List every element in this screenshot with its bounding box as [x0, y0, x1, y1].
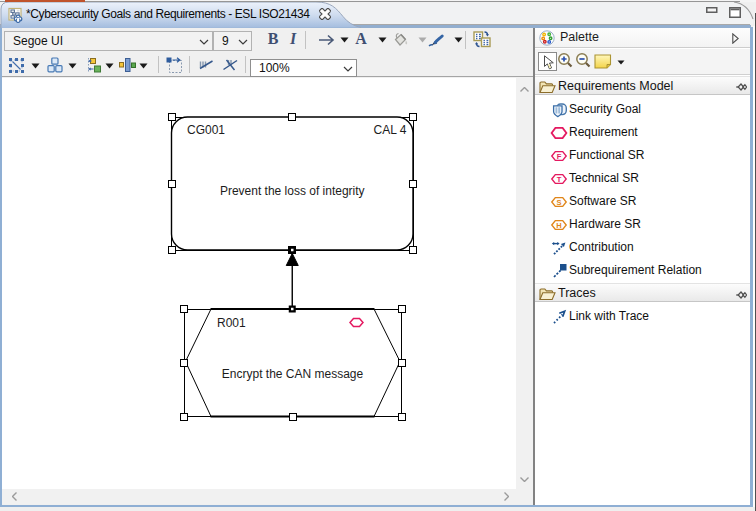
- requirement-decorator-icon: [350, 319, 363, 327]
- palette-item-label: Software SR: [569, 190, 636, 213]
- palette-item-link-with-trace[interactable]: Link with Trace: [535, 305, 750, 328]
- technical-sr-icon: T: [551, 171, 567, 187]
- palette-item-hardware-sr[interactable]: H Hardware SR: [535, 213, 750, 236]
- diagram-canvas[interactable]: CG001 CAL 4 Prevent the loss of integrit…: [2, 78, 533, 504]
- palette-item-technical-sr[interactable]: T Technical SR: [535, 167, 750, 190]
- goal-text-label: Prevent the loss of integrity: [220, 184, 365, 198]
- tab-close-icon[interactable]: [319, 8, 331, 20]
- hardware-sr-icon: H: [551, 217, 567, 233]
- scroll-left-icon[interactable]: [12, 492, 17, 501]
- scroll-down-icon[interactable]: [520, 477, 529, 482]
- tab-title[interactable]: *Cybersecurity Goals and Requirements - …: [26, 4, 310, 25]
- svg-text:T: T: [557, 174, 562, 183]
- font-color-dropdown-icon[interactable]: [378, 37, 387, 43]
- copy-appearance-icon[interactable]: [473, 31, 491, 48]
- palette-drawer-label: Traces: [558, 284, 596, 303]
- contribution-icon: [551, 240, 567, 256]
- palette-item-label: Functional SR: [569, 144, 644, 167]
- scroll-up-icon[interactable]: [520, 87, 529, 92]
- drawer-pin-icon[interactable]: [736, 290, 747, 300]
- palette-icon: [539, 30, 555, 46]
- palette-item-label: Requirement: [569, 121, 638, 144]
- fill-color-dropdown-icon[interactable]: [418, 37, 427, 43]
- palette-item-security-goal[interactable]: Security Goal: [535, 98, 750, 121]
- arrow-type-dropdown-icon[interactable]: [340, 37, 349, 43]
- software-sr-icon: S: [551, 194, 567, 210]
- note-tool-dropdown-icon[interactable]: [617, 60, 625, 65]
- zoom-out-tool-icon[interactable]: [575, 52, 592, 69]
- diagram-toolbar: 100%: [2, 52, 533, 77]
- select-tool-button[interactable]: [538, 52, 557, 71]
- palette-item-requirement[interactable]: Requirement: [535, 121, 750, 144]
- toolbar-separator: [158, 56, 159, 73]
- palette-collapse-icon[interactable]: [732, 33, 739, 44]
- align-dropdown-icon[interactable]: [105, 63, 114, 69]
- hardware-sr-icon: H: [551, 217, 567, 233]
- software-sr-icon: S: [551, 194, 567, 210]
- font-color-button[interactable]: A: [352, 28, 370, 50]
- requirement-id-label: R001: [217, 316, 246, 330]
- palette-title: Palette: [560, 28, 599, 47]
- align-icon[interactable]: [86, 57, 102, 73]
- palette-drawer-requirements-model[interactable]: Requirements Model: [535, 76, 750, 95]
- canvas-vertical-scrollbar[interactable]: [516, 78, 533, 504]
- diagram-drawing: CG001 CAL 4 Prevent the loss of integrit…: [2, 78, 533, 504]
- security-goal-icon: [551, 102, 567, 118]
- goal-cal-label: CAL 4: [374, 123, 407, 137]
- auto-size-icon[interactable]: [166, 57, 183, 74]
- drawer-pin-icon[interactable]: [736, 82, 747, 92]
- chevron-down-icon: [238, 39, 248, 45]
- scroll-right-icon[interactable]: [504, 492, 509, 501]
- line-color-dropdown-icon[interactable]: [454, 37, 463, 43]
- line-style-rectilinear-icon[interactable]: [222, 57, 239, 73]
- palette-item-subrequirement-relation[interactable]: Subrequirement Relation: [535, 259, 750, 282]
- bold-button[interactable]: B: [264, 28, 282, 50]
- chevron-down-icon: [199, 39, 209, 45]
- select-all-dropdown-icon[interactable]: [31, 63, 40, 69]
- arrange-all-dropdown-icon[interactable]: [68, 63, 77, 69]
- font-size-value: 9: [222, 32, 229, 50]
- font-name-combo[interactable]: Segoe UI: [4, 31, 213, 51]
- technical-sr-icon: T: [551, 171, 567, 187]
- tabfolder-corner: [728, 0, 755, 26]
- line-style-oblique-icon[interactable]: [198, 57, 215, 73]
- eclipse-editor-window: *Cybersecurity Goals and Requirements - …: [0, 0, 756, 511]
- cursor-icon: [543, 55, 555, 71]
- folder-open-icon: [539, 81, 556, 94]
- palette-header[interactable]: Palette: [535, 28, 750, 48]
- note-tool-icon[interactable]: [594, 54, 612, 69]
- subrequirement-relation-icon: [551, 263, 567, 279]
- minimize-view-icon[interactable]: [706, 7, 718, 14]
- diagram-file-icon: [8, 7, 24, 23]
- line-color-icon[interactable]: [428, 32, 445, 48]
- arrange-all-icon[interactable]: [47, 57, 63, 73]
- subrequirement-connection[interactable]: [286, 251, 298, 310]
- palette-item-functional-sr[interactable]: F Functional SR: [535, 144, 750, 167]
- palette-item-label: Technical SR: [569, 167, 639, 190]
- palette-item-software-sr[interactable]: S Software SR: [535, 190, 750, 213]
- italic-button[interactable]: I: [285, 28, 301, 50]
- toolbar-separator: [465, 31, 466, 49]
- requirement-node[interactable]: R001 Encrypt the CAN message: [184, 309, 402, 417]
- drawer-pin-icon: [736, 82, 747, 92]
- palette-item-contribution[interactable]: Contribution: [535, 236, 750, 259]
- zoom-in-tool-icon[interactable]: [557, 52, 574, 69]
- goal-node[interactable]: CG001 CAL 4 Prevent the loss of integrit…: [172, 117, 414, 250]
- match-size-icon[interactable]: [119, 57, 136, 73]
- link-with-trace-icon: [551, 309, 567, 325]
- font-size-combo[interactable]: 9: [213, 31, 252, 51]
- match-size-dropdown-icon[interactable]: [139, 63, 148, 69]
- select-all-icon[interactable]: [8, 57, 25, 74]
- palette-item-label: Contribution: [569, 236, 634, 259]
- contribution-icon: [551, 240, 567, 256]
- canvas-horizontal-scrollbar[interactable]: [2, 489, 533, 504]
- folder-open-icon: [539, 288, 556, 301]
- svg-text:S: S: [556, 197, 561, 206]
- palette-drawer-traces[interactable]: Traces: [535, 283, 750, 302]
- toolbar-separator: [305, 31, 306, 49]
- fill-color-icon[interactable]: [392, 32, 409, 48]
- palette-item-label: Hardware SR: [569, 213, 641, 236]
- arrow-type-icon[interactable]: [318, 34, 338, 46]
- zoom-combo[interactable]: 100%: [250, 59, 357, 77]
- palette-item-label: Security Goal: [569, 98, 641, 121]
